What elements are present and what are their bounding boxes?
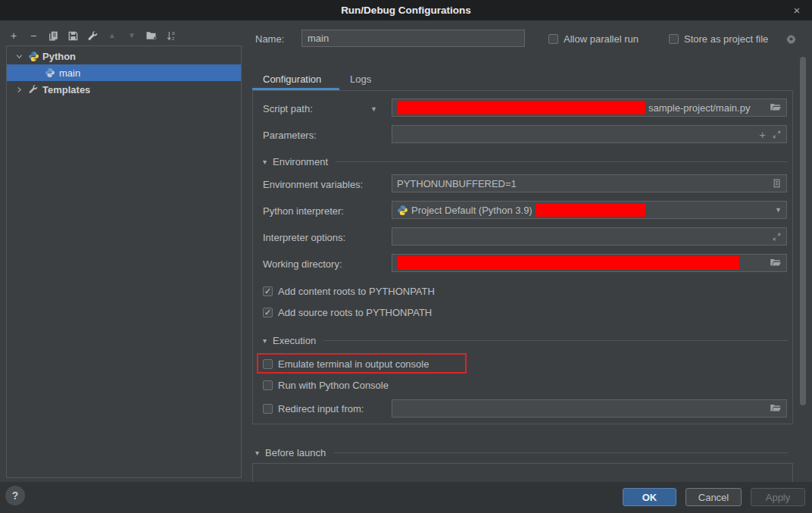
run-with-python-console-checkbox[interactable]: Run with Python Console [263, 380, 389, 391]
configurations-tree: Python main Templates [6, 45, 242, 478]
combo-arrow-icon[interactable]: ▼ [775, 206, 782, 214]
section-collapse-icon[interactable]: ▾ [263, 336, 267, 345]
python-icon [397, 205, 408, 216]
python-interpreter-value: Project Default (Python 3.9) [411, 205, 532, 216]
tab-configuration[interactable]: Configuration [263, 74, 321, 85]
working-directory-field[interactable] [392, 254, 787, 272]
cancel-button[interactable]: Cancel [686, 488, 742, 506]
tree-item-label: main [59, 67, 80, 79]
tree-item-label: Python [42, 51, 76, 62]
wrench-icon [87, 30, 98, 42]
browse-folder-icon[interactable] [770, 403, 782, 414]
tree-item-templates[interactable]: Templates [7, 81, 241, 98]
script-path-label: Script path: [263, 103, 313, 114]
new-folder-icon [145, 30, 158, 42]
environment-variables-label: Environment variables: [263, 179, 363, 190]
browse-folder-icon[interactable] [770, 102, 782, 113]
svg-text:a: a [172, 30, 175, 36]
check-icon: ✓ [264, 308, 271, 317]
tree-item-label: Templates [42, 84, 90, 95]
redirect-input-label: Redirect input from: [278, 403, 364, 414]
python-interpreter-combobox[interactable]: Project Default (Python 3.9) ▼ [392, 201, 787, 219]
allow-parallel-run-label: Allow parallel run [564, 33, 639, 45]
add-content-roots-checkbox[interactable]: ✓ Add content roots to PYTHONPATH [263, 286, 435, 297]
edit-variables-icon[interactable] [772, 178, 782, 189]
plus-icon: + [11, 30, 17, 42]
svg-text:z: z [172, 36, 174, 41]
minus-icon: − [30, 30, 36, 42]
parameters-label: Parameters: [263, 130, 317, 141]
chevron-down-icon[interactable] [16, 53, 23, 60]
save-configuration-button[interactable] [67, 30, 79, 42]
store-as-project-file-label: Store as project file [684, 33, 768, 45]
before-launch-section-header[interactable]: ▾ Before launch [255, 447, 788, 458]
store-as-project-file-checkbox[interactable]: Store as project file [669, 33, 768, 45]
tree-item-main[interactable]: main [7, 64, 241, 81]
checkbox-box[interactable] [263, 404, 273, 414]
close-icon[interactable]: × [789, 2, 804, 17]
move-up-button[interactable]: ▲ [106, 30, 118, 42]
tab-logs[interactable]: Logs [350, 74, 371, 85]
apply-button[interactable]: Apply [751, 488, 805, 506]
dialog-footer: ? OK Cancel Apply [0, 482, 812, 513]
environment-variables-value: PYTHONUNBUFFERED=1 [397, 178, 517, 189]
interpreter-options-label: Interpreter options: [263, 232, 345, 243]
expand-field-icon[interactable] [772, 130, 782, 139]
copy-icon [48, 30, 59, 42]
sort-configurations-button[interactable]: a z [165, 30, 177, 42]
help-button[interactable]: ? [5, 486, 25, 505]
wrench-icon [28, 84, 39, 95]
section-divider [323, 340, 788, 341]
environment-section-label: Environment [273, 156, 328, 167]
section-collapse-icon[interactable]: ▾ [263, 158, 267, 166]
copy-configuration-button[interactable] [47, 30, 59, 42]
remove-configuration-button[interactable]: − [27, 30, 39, 42]
add-configuration-button[interactable]: + [8, 30, 20, 42]
name-label: Name: [255, 33, 284, 45]
execution-section-header[interactable]: ▾ Execution [263, 335, 788, 346]
script-path-dropdown-icon[interactable]: ▼ [370, 105, 377, 113]
script-path-field[interactable]: sample-project/main.py [392, 99, 787, 117]
python-interpreter-label: Python interpreter: [263, 205, 344, 217]
emulate-terminal-checkbox[interactable]: Emulate terminal in output console [263, 358, 429, 370]
new-folder-button[interactable] [145, 30, 158, 42]
name-input[interactable] [301, 30, 525, 47]
parameters-field[interactable]: + [392, 125, 787, 143]
section-divider [336, 161, 788, 162]
chevron-right-icon[interactable] [16, 86, 23, 93]
environment-section-header[interactable]: ▾ Environment [263, 156, 788, 167]
checkbox-box[interactable]: ✓ [263, 308, 273, 317]
add-macro-icon[interactable]: + [759, 128, 766, 141]
execution-section-label: Execution [273, 335, 316, 346]
section-divider [333, 452, 788, 453]
checkbox-box[interactable] [669, 34, 679, 44]
checkbox-box[interactable] [548, 34, 558, 44]
add-source-roots-checkbox[interactable]: ✓ Add source roots to PYTHONPATH [263, 307, 432, 318]
redaction-overlay [536, 203, 645, 217]
checkbox-box[interactable] [263, 359, 273, 369]
add-content-roots-label: Add content roots to PYTHONPATH [278, 286, 435, 297]
script-path-value: sample-project/main.py [648, 102, 750, 114]
ok-button[interactable]: OK [623, 488, 676, 506]
interpreter-options-field[interactable] [392, 227, 787, 246]
environment-variables-field[interactable]: PYTHONUNBUFFERED=1 [392, 174, 787, 192]
edit-templates-button[interactable] [86, 30, 98, 42]
gear-icon[interactable] [785, 33, 797, 45]
vertical-scrollbar-thumb[interactable] [800, 57, 806, 405]
arrow-down-icon: ▼ [128, 30, 136, 42]
move-down-button[interactable]: ▼ [126, 30, 138, 42]
before-launch-task-list[interactable] [252, 463, 793, 483]
checkbox-box[interactable] [263, 380, 273, 390]
checkbox-box[interactable]: ✓ [263, 286, 273, 296]
emulate-terminal-label: Emulate terminal in output console [278, 358, 429, 370]
expand-field-icon[interactable] [772, 232, 782, 242]
tree-item-python[interactable]: Python [7, 48, 241, 64]
allow-parallel-run-checkbox[interactable]: Allow parallel run [548, 33, 639, 45]
browse-folder-icon[interactable] [770, 258, 782, 268]
redirect-input-field[interactable] [392, 399, 787, 418]
section-collapse-icon[interactable]: ▾ [255, 449, 259, 457]
redirect-input-checkbox[interactable]: Redirect input from: [263, 403, 364, 414]
arrow-up-icon: ▲ [108, 30, 116, 42]
redaction-overlay [397, 101, 645, 114]
before-launch-section-label: Before launch [265, 447, 326, 458]
